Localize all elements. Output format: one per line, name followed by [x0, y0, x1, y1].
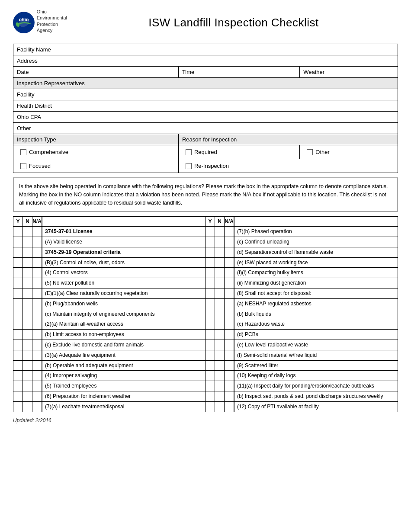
y-check[interactable] [206, 361, 215, 371]
y-check[interactable] [206, 278, 215, 288]
n-check[interactable] [23, 330, 32, 340]
na-check[interactable] [32, 340, 42, 350]
na-check[interactable] [225, 319, 234, 329]
y-check[interactable] [206, 227, 215, 237]
n-check[interactable] [23, 391, 32, 401]
na-check[interactable] [225, 299, 234, 309]
na-check[interactable] [32, 309, 42, 319]
y-check[interactable] [13, 258, 23, 268]
na-check[interactable] [225, 330, 234, 340]
n-check[interactable] [215, 288, 225, 298]
y-check[interactable] [13, 340, 23, 350]
na-check[interactable] [32, 258, 42, 268]
n-check[interactable] [215, 381, 225, 391]
na-check[interactable] [225, 268, 234, 278]
y-check[interactable] [206, 299, 215, 309]
na-check[interactable] [32, 319, 42, 329]
n-check[interactable] [23, 340, 32, 350]
na-check[interactable] [32, 391, 42, 401]
na-check[interactable] [32, 247, 42, 257]
y-check[interactable] [206, 391, 215, 401]
n-check[interactable] [215, 309, 225, 319]
n-check[interactable] [23, 319, 32, 329]
y-check[interactable] [13, 278, 23, 288]
na-check[interactable] [32, 278, 42, 288]
n-check[interactable] [215, 258, 225, 268]
na-check[interactable] [32, 371, 42, 381]
n-check[interactable] [215, 391, 225, 401]
n-check[interactable] [23, 278, 32, 288]
n-check[interactable] [215, 227, 225, 237]
focused-checkbox[interactable] [20, 163, 26, 169]
y-check[interactable] [206, 319, 215, 329]
na-check[interactable] [32, 299, 42, 309]
n-check[interactable] [215, 299, 225, 309]
na-check[interactable] [225, 258, 234, 268]
y-check[interactable] [13, 350, 23, 360]
na-check[interactable] [32, 402, 42, 412]
y-check[interactable] [13, 247, 23, 257]
n-check[interactable] [215, 371, 225, 381]
y-check[interactable] [13, 288, 23, 298]
y-check[interactable] [13, 237, 23, 247]
na-check[interactable] [225, 309, 234, 319]
n-check[interactable] [23, 402, 32, 412]
n-check[interactable] [23, 309, 32, 319]
y-check[interactable] [13, 381, 23, 391]
na-check[interactable] [32, 268, 42, 278]
n-check[interactable] [23, 268, 32, 278]
na-check[interactable] [225, 247, 234, 257]
y-check[interactable] [13, 309, 23, 319]
na-check[interactable] [225, 227, 234, 237]
y-check[interactable] [206, 350, 215, 360]
y-check[interactable] [13, 268, 23, 278]
n-check[interactable] [215, 278, 225, 288]
n-check[interactable] [215, 340, 225, 350]
y-check[interactable] [206, 237, 215, 247]
y-check[interactable] [206, 330, 215, 340]
n-check[interactable] [23, 288, 32, 298]
na-check[interactable] [225, 237, 234, 247]
na-check[interactable] [32, 330, 42, 340]
y-check[interactable] [206, 381, 215, 391]
y-check[interactable] [206, 371, 215, 381]
n-check[interactable] [215, 319, 225, 329]
y-check[interactable] [13, 330, 23, 340]
other-checkbox[interactable] [307, 149, 313, 155]
y-check[interactable] [206, 258, 215, 268]
na-check[interactable] [225, 381, 234, 391]
n-check[interactable] [23, 227, 32, 237]
n-check[interactable] [215, 350, 225, 360]
na-check[interactable] [225, 288, 234, 298]
na-check[interactable] [225, 278, 234, 288]
y-check[interactable] [206, 247, 215, 257]
reinspection-checkbox[interactable] [186, 163, 192, 169]
na-check[interactable] [225, 350, 234, 360]
na-check[interactable] [32, 227, 42, 237]
na-check[interactable] [32, 381, 42, 391]
n-check[interactable] [215, 330, 225, 340]
n-check[interactable] [215, 268, 225, 278]
required-checkbox[interactable] [186, 149, 192, 155]
na-check[interactable] [225, 361, 234, 371]
y-check[interactable] [206, 268, 215, 278]
y-check[interactable] [206, 402, 215, 412]
n-check[interactable] [23, 299, 32, 309]
na-check[interactable] [32, 361, 42, 371]
y-check[interactable] [13, 371, 23, 381]
n-check[interactable] [23, 350, 32, 360]
na-check[interactable] [32, 288, 42, 298]
n-check[interactable] [215, 247, 225, 257]
na-check[interactable] [225, 402, 234, 412]
y-check[interactable] [206, 340, 215, 350]
na-check[interactable] [225, 371, 234, 381]
n-check[interactable] [23, 371, 32, 381]
n-check[interactable] [23, 237, 32, 247]
y-check[interactable] [13, 319, 23, 329]
y-check[interactable] [206, 288, 215, 298]
na-check[interactable] [225, 340, 234, 350]
n-check[interactable] [23, 361, 32, 371]
na-check[interactable] [225, 391, 234, 401]
y-check[interactable] [13, 402, 23, 412]
na-check[interactable] [32, 237, 42, 247]
